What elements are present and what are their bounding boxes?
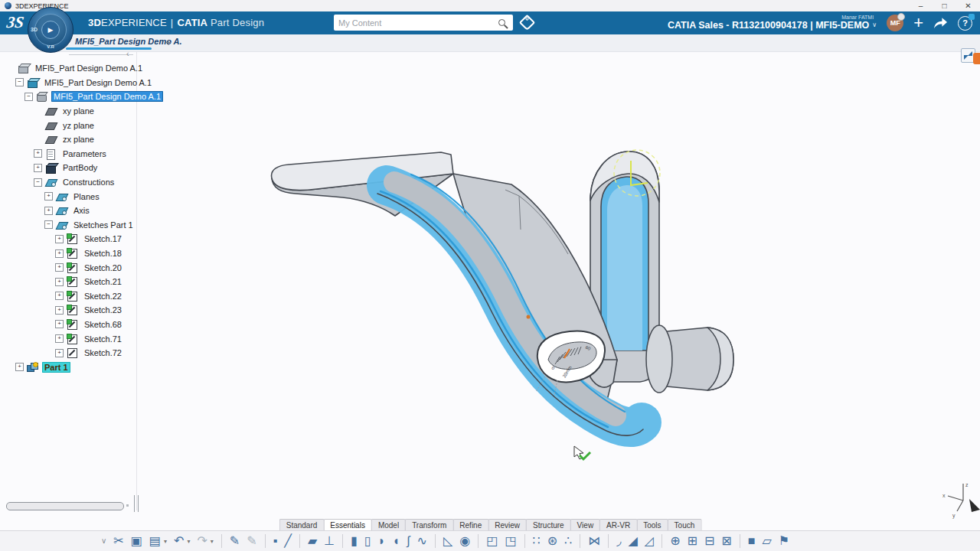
tree-item-product-root[interactable]: MFI5_Part Design Demo A.1 xyxy=(3,61,163,76)
compass-play-icon[interactable]: ▶ xyxy=(41,21,60,39)
tree-node-label[interactable]: zx plane xyxy=(60,134,96,145)
tree-node-label[interactable]: Sketch.22 xyxy=(82,291,124,302)
tree-node-label[interactable]: Sketch.20 xyxy=(82,262,124,273)
undo-icon[interactable]: ↶ xyxy=(174,535,184,547)
axis-system-icon[interactable]: ⊥ xyxy=(324,535,335,547)
tree-expander-icon[interactable]: + xyxy=(55,249,64,258)
tree-item-constructions[interactable]: − Constructions xyxy=(3,175,163,190)
tree-item-axis[interactable]: + Axis xyxy=(3,204,163,218)
rectangular-pattern-icon[interactable]: ∷ xyxy=(533,535,541,547)
geometrical-set-icon[interactable]: ▱ xyxy=(762,535,771,547)
tree-item-xy-plane[interactable]: xy plane xyxy=(3,104,163,119)
search-icon[interactable] xyxy=(498,19,505,26)
pocket-icon[interactable]: ▯ xyxy=(364,535,371,547)
tree-node-label[interactable]: yz plane xyxy=(60,120,96,131)
avatar[interactable]: MF xyxy=(887,15,903,31)
tree-expander-icon[interactable]: + xyxy=(55,263,64,272)
body-icon[interactable]: ■ xyxy=(748,535,756,547)
help-icon[interactable]: ? xyxy=(958,16,972,31)
tree-item-sketch-22[interactable]: + Sketch.22 xyxy=(3,289,163,304)
add-content-button[interactable]: + xyxy=(913,15,923,31)
slot-icon[interactable]: ∿ xyxy=(417,535,427,547)
ribbon-tab-model[interactable]: Model xyxy=(371,519,406,530)
tree-item-planes[interactable]: + Planes xyxy=(3,189,163,204)
undo-dropdown-icon[interactable]: ▾ xyxy=(187,538,190,545)
rib-icon[interactable]: ∫ xyxy=(407,535,410,547)
chamfer-icon[interactable]: ◢ xyxy=(629,535,638,547)
share-icon[interactable] xyxy=(933,17,948,29)
hole-icon[interactable]: ◉ xyxy=(459,535,470,547)
tree-node-label[interactable]: Planes xyxy=(71,191,102,202)
tree-item-sketch-17[interactable]: + Sketch.17 xyxy=(3,232,163,246)
tree-expander-icon[interactable]: + xyxy=(44,207,53,215)
insert-flag-icon[interactable]: ⚑ xyxy=(779,535,789,547)
ribbon-tab-standard[interactable]: Standard xyxy=(279,519,325,530)
tree-node-label[interactable]: Sketch.71 xyxy=(82,334,124,344)
new-tab-button[interactable]: + xyxy=(165,36,172,48)
ribbon-tab-review[interactable]: Review xyxy=(488,519,527,530)
user-pattern-icon[interactable]: ∴ xyxy=(564,535,572,547)
tree-node-label[interactable]: Sketch.18 xyxy=(82,248,124,259)
mirror-icon[interactable]: ⋈ xyxy=(588,535,600,547)
cut-icon[interactable]: ✂ xyxy=(113,535,123,547)
ribbon-tab-touch[interactable]: Touch xyxy=(668,519,702,530)
tree-expander-icon[interactable]: + xyxy=(34,149,42,158)
sketch-icon[interactable]: ✎ xyxy=(247,535,256,547)
tree-item-partbody[interactable]: + PartBody xyxy=(3,161,163,175)
tree-item-sketch-71[interactable]: + Sketch.71 xyxy=(3,331,163,346)
redo-dropdown-icon[interactable]: ▾ xyxy=(211,538,214,545)
ribbon-tab-view[interactable]: View xyxy=(570,519,601,530)
tree-node-label[interactable]: Sketch.72 xyxy=(82,347,124,358)
tree-item-sketch-72[interactable]: + Sketch.72 xyxy=(3,346,163,360)
tree-node-label[interactable]: Part 1 xyxy=(42,362,70,373)
tree-expander-icon[interactable]: − xyxy=(15,78,24,86)
tree-node-label[interactable]: MFI5_Part Design Demo A.1 xyxy=(42,77,154,88)
tree-item-sketch-68[interactable]: + Sketch.68 xyxy=(3,318,163,332)
stiffener-icon[interactable]: ◺ xyxy=(443,535,452,547)
ribbon-tab-essentials[interactable]: Essentials xyxy=(323,519,372,530)
notification-flag[interactable] xyxy=(973,53,980,64)
tree-item-representation[interactable]: − MFI5_Part Design Demo A.1 xyxy=(3,76,163,90)
point-icon[interactable]: ▪ xyxy=(273,535,278,547)
panel-resize-handle[interactable] xyxy=(134,495,139,512)
tree-expander-icon[interactable]: − xyxy=(44,220,53,229)
tree-item-part-selected[interactable]: − MFI5_Part Design Demo A.1 xyxy=(3,90,163,104)
tree-item-yz-plane[interactable]: yz plane xyxy=(3,118,163,132)
copy-icon[interactable]: ▣ xyxy=(131,535,142,547)
tree-expander-icon[interactable]: + xyxy=(55,320,64,328)
tree-node-label[interactable]: Sketch.17 xyxy=(82,233,124,244)
redo-icon[interactable]: ↷ xyxy=(197,535,207,547)
plane-icon[interactable]: ▰ xyxy=(308,535,317,547)
tree-node-label[interactable]: Sketches Part 1 xyxy=(71,220,136,230)
tree-item-parameters[interactable]: + Parameters xyxy=(3,147,163,161)
tree-node-label[interactable]: Constructions xyxy=(60,177,116,187)
tree-item-sketch-18[interactable]: + Sketch.18 xyxy=(3,246,163,261)
tree-item-zx-plane[interactable]: zx plane xyxy=(3,132,163,147)
tree-item-sketch-21[interactable]: + Sketch.21 xyxy=(3,275,163,289)
ribbon-tab-refine[interactable]: Refine xyxy=(452,519,488,530)
ribbon-tab-tools[interactable]: Tools xyxy=(636,519,668,530)
remove-boolean-icon[interactable]: ⊟ xyxy=(704,535,714,547)
tree-item-sketch-23[interactable]: + Sketch.23 xyxy=(3,303,163,318)
tree-item-sketches-part-1[interactable]: − Sketches Part 1 xyxy=(3,218,163,233)
tree-expander-icon[interactable]: + xyxy=(55,349,64,357)
thickness-icon[interactable]: ◳ xyxy=(505,535,516,547)
tree-node-label[interactable]: xy plane xyxy=(60,106,96,116)
add-boolean-icon[interactable]: ⊞ xyxy=(688,535,697,547)
close-button[interactable]: ✕ xyxy=(956,0,980,11)
tree-expander-icon[interactable]: + xyxy=(55,306,64,315)
tree-expander-icon[interactable]: + xyxy=(55,334,64,343)
tree-node-label[interactable]: MFI5_Part Design Demo A.1 xyxy=(51,91,163,102)
tree-expander-icon[interactable]: + xyxy=(15,363,24,371)
groove-icon[interactable]: ◖ xyxy=(393,535,400,547)
chevron-down-icon[interactable]: ∨ xyxy=(872,22,877,29)
tree-node-label[interactable]: PartBody xyxy=(60,162,100,173)
paste-icon[interactable]: ▤ xyxy=(149,535,161,547)
tree-expander-icon[interactable]: + xyxy=(34,164,42,172)
minimize-button[interactable]: – xyxy=(909,0,933,11)
assemble-icon[interactable]: ⊕ xyxy=(670,535,680,547)
toolbar-collapse-icon[interactable]: ∨ xyxy=(101,537,106,545)
tree-node-label[interactable]: Sketch.68 xyxy=(82,319,124,330)
search-input[interactable] xyxy=(334,18,498,28)
edge-fillet-icon[interactable]: ◞ xyxy=(616,535,621,547)
